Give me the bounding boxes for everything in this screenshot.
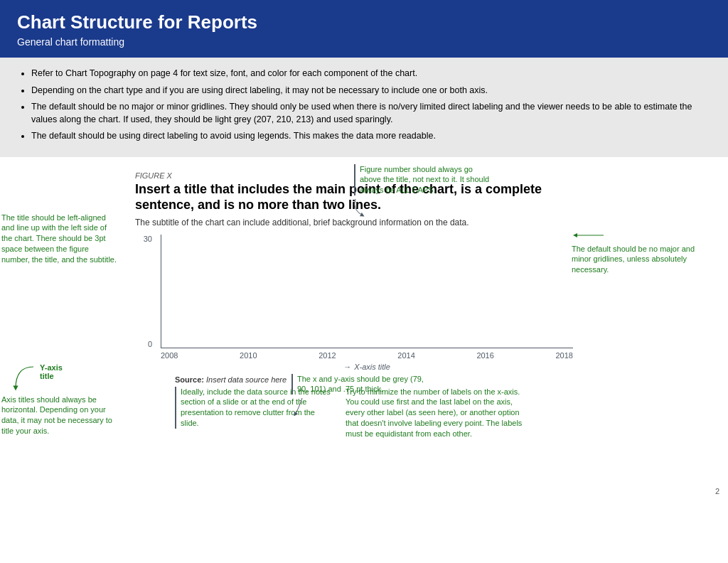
x-label-2008: 2008 <box>161 351 178 360</box>
gridlines-annotation: The default should be no major and minor… <box>572 228 714 276</box>
source-row: Source: Insert data source here <box>175 375 714 384</box>
figure-number-annotation: Figure number should always go above the… <box>348 164 491 220</box>
bullet-section: Refer to Chart Topography on page 4 for … <box>0 58 728 157</box>
figure-number-arrow-icon <box>348 195 391 217</box>
y-axis-labels: 30 0 <box>135 235 156 348</box>
x-label-2010: 2010 <box>240 351 257 360</box>
y-label-30: 30 <box>144 235 152 243</box>
axis-color-arrow-icon <box>291 395 313 416</box>
yaxis-annotation: Y-axistitle Axis titles should always be… <box>1 363 119 436</box>
page-subtitle: General chart formatting <box>17 36 711 48</box>
bullet-list: Refer to Chart Topography on page 4 for … <box>17 68 711 143</box>
bullet-item-2: Depending on the chart type and if you a… <box>31 85 711 97</box>
axis-color-annotation: The x and y-axis should be grey (79, 90,… <box>291 374 434 419</box>
chart-container: Figure number should always go above the… <box>135 171 714 439</box>
x-axis-title: X-axis title <box>354 363 390 371</box>
bullet-item-3: The default should be no major or minor … <box>31 101 711 126</box>
x-axis-title-row: → X-axis title <box>161 363 573 371</box>
page-header: Chart Structure for Reports General char… <box>0 0 728 58</box>
x-label-2012: 2012 <box>318 351 336 360</box>
main-content: The title should be left-aligned and lin… <box>0 157 728 498</box>
bottom-annotations: Ideally, include the data source in the … <box>175 387 714 439</box>
yaxis-arrow-icon <box>1 363 37 392</box>
x-label-2016: 2016 <box>476 351 493 360</box>
x-axis-labels: 2008 2010 2012 2014 2016 2018 <box>161 348 573 360</box>
source-label: Source: <box>175 375 204 384</box>
page-number: 2 <box>715 487 719 495</box>
x-label-2018: 2018 <box>555 351 572 360</box>
bullet-item-1: Refer to Chart Topography on page 4 for … <box>31 68 711 80</box>
page-title: Chart Structure for Reports <box>17 11 711 33</box>
source-text: Insert data source here <box>206 375 287 384</box>
title-alignment-annotation: The title should be left-aligned and lin… <box>1 213 119 265</box>
bullet-item-4: The default should be using direct label… <box>31 130 711 143</box>
x-label-2014: 2014 <box>397 351 414 360</box>
plot-area <box>161 235 573 348</box>
y-label-0: 0 <box>148 340 152 348</box>
gridlines-arrow-icon <box>572 228 607 242</box>
